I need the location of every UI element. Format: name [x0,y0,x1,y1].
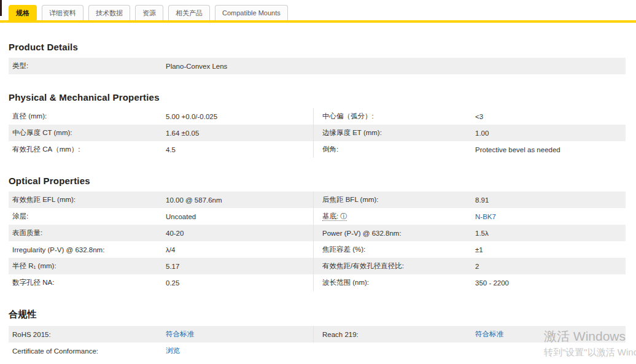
spec-label: 基底:ⓘ [322,212,475,221]
spec-cell-coating: 涂层: Uncoated [9,208,313,225]
spec-cell-reach: Reach 219: 符合标准 [313,326,626,343]
physical-properties-table: 直径 (mm): 5.00 +0.0/-0.025 中心偏（弧分）: <3 中心… [9,108,626,158]
optical-properties-table: 有效焦距 EFL (mm): 10.00 @ 587.6nm 后焦距 BFL (… [9,192,626,291]
spec-label: Reach 219: [322,331,475,338]
spec-content: Product Details 类型: Plano-Convex Lens Ph… [0,42,636,359]
spec-cell-certificate: Certificate of Conformance: 浏览 [9,343,313,359]
table-row: 类型: Plano-Convex Lens [9,58,626,74]
table-row: Certificate of Conformance: 浏览 [9,343,626,359]
certificate-view-link[interactable]: 浏览 [166,347,180,354]
spec-value: <3 [475,113,483,120]
spec-label: 直径 (mm): [12,112,166,121]
spec-label: 数字孔径 NA: [12,278,166,287]
table-row: 涂层: Uncoated 基底:ⓘ N-BK7 [9,208,626,225]
screen-edge-artifact [0,0,2,16]
spec-cell-bevel: 倒角: Protective bevel as needed [313,141,626,158]
table-row: 半径 R₁ (mm): 5.17 有效焦距/有效孔径直径比: 2 [9,258,626,274]
spec-cell-radius: 半径 R₁ (mm): 5.17 [9,258,313,274]
spec-value: 4.5 [166,146,176,153]
spec-label: Power (P-V) @ 632.8nm: [322,230,475,237]
spec-cell-bfl: 后焦距 BFL (mm): 8.91 [313,192,626,208]
spec-value: 1.64 ±0.05 [166,130,199,137]
table-row: 有效焦距 EFL (mm): 10.00 @ 587.6nm 后焦距 BFL (… [9,192,626,208]
section-title-compliance: 合规性 [9,309,626,320]
tab-related-products[interactable]: 相关产品 [168,5,210,20]
spec-value: 8.91 [475,196,489,204]
spec-value: Uncoated [166,213,196,220]
spec-value: λ/4 [166,246,175,254]
section-title-physical-mechanical: Physical & Mechanical Properties [9,92,626,103]
spec-label: RoHS 2015: [12,331,166,338]
substrate-link[interactable]: N-BK7 [475,213,496,220]
spec-value: 0.25 [166,279,179,287]
tab-technical-data[interactable]: 技术数据 [88,5,130,20]
spec-value: 5.00 +0.0/-0.025 [166,113,217,120]
tab-bar: 规格 详细资料 技术数据 资源 相关产品 Compatible Mounts [0,0,636,23]
spec-cell-type: 类型: Plano-Convex Lens [9,58,313,74]
spec-cell-f-number: 有效焦距/有效孔径直径比: 2 [313,258,626,274]
spec-cell-clear-aperture: 有效孔径 CA（mm）: 4.5 [9,141,313,158]
spec-label: 焦距容差 (%): [322,245,475,254]
spec-cell-power: Power (P-V) @ 632.8nm: 1.5λ [313,225,626,241]
product-details-table: 类型: Plano-Convex Lens [9,58,626,74]
spec-label: 有效孔径 CA（mm）: [12,145,166,154]
table-row: 直径 (mm): 5.00 +0.0/-0.025 中心偏（弧分）: <3 [9,108,626,125]
info-icon[interactable]: ⓘ [340,212,347,220]
spec-label: 后焦距 BFL (mm): [322,195,475,204]
spec-label: 中心厚度 CT (mm): [12,128,166,137]
substrate-label: 基底: [322,212,338,220]
table-row: RoHS 2015: 符合标准 Reach 219: 符合标准 [9,326,626,343]
spec-cell-wavelength-range: 波长范围 (nm): 350 - 2200 [313,274,626,291]
rohs-compliant-link[interactable]: 符合标准 [166,330,194,338]
spec-value: Plano-Convex Lens [166,63,227,70]
table-row: 有效孔径 CA（mm）: 4.5 倒角: Protective bevel as… [9,141,626,158]
spec-label: 半径 R₁ (mm): [12,261,166,271]
spec-cell-focal-tolerance: 焦距容差 (%): ±1 [313,241,626,258]
spec-cell-center-thickness: 中心厚度 CT (mm): 1.64 ±0.05 [9,125,313,141]
table-row: 中心厚度 CT (mm): 1.64 ±0.05 边缘厚度 ET (mm): 1… [9,125,626,141]
spec-label: 边缘厚度 ET (mm): [322,128,475,137]
spec-label: 类型: [12,61,166,71]
section-title-optical: Optical Properties [9,176,626,186]
spec-label: Certificate of Conformance: [12,347,166,355]
table-row: Irregularity (P-V) @ 632.8nm: λ/4 焦距容差 (… [9,241,626,258]
spec-label: 中心偏（弧分）: [322,112,475,121]
spec-label: Irregularity (P-V) @ 632.8nm: [12,246,166,254]
spec-cell-centration: 中心偏（弧分）: <3 [313,108,626,125]
spec-value: 1.00 [475,130,489,137]
spec-value: Protective bevel as needed [475,146,560,153]
reach-compliant-link[interactable]: 符合标准 [475,330,503,338]
spec-label: 涂层: [12,212,166,221]
spec-cell-edge-thickness: 边缘厚度 ET (mm): 1.00 [313,125,626,141]
section-title-product-details: Product Details [9,42,626,52]
spec-cell-rohs: RoHS 2015: 符合标准 [9,326,313,343]
spec-value: 1.5λ [475,230,489,237]
compliance-table: RoHS 2015: 符合标准 Reach 219: 符合标准 Certific… [9,326,626,359]
table-row: 数字孔径 NA: 0.25 波长范围 (nm): 350 - 2200 [9,274,626,291]
spec-value: ±1 [475,246,483,254]
tab-compatible-mounts[interactable]: Compatible Mounts [215,5,288,20]
spec-value: 2 [475,263,479,270]
spec-value: 350 - 2200 [475,279,509,287]
tab-detailed-info[interactable]: 详细资料 [42,5,83,20]
spec-label: 有效焦距/有效孔径直径比: [322,261,475,271]
tab-resources[interactable]: 资源 [135,5,163,20]
spec-value: 5.17 [166,263,179,270]
spec-cell-na: 数字孔径 NA: 0.25 [9,274,313,291]
spec-cell-surface-quality: 表面质量: 40-20 [9,225,313,241]
spec-cell-efl: 有效焦距 EFL (mm): 10.00 @ 587.6nm [9,192,313,208]
spec-label: 倒角: [322,145,475,154]
spec-label: 波长范围 (nm): [322,278,475,287]
tab-specifications[interactable]: 规格 [9,5,37,20]
spec-label: 有效焦距 EFL (mm): [12,195,166,204]
spec-cell-diameter: 直径 (mm): 5.00 +0.0/-0.025 [9,108,313,125]
spec-cell-substrate: 基底:ⓘ N-BK7 [313,208,626,225]
spec-label: 表面质量: [12,228,166,238]
spec-value: 10.00 @ 587.6nm [166,196,222,204]
spec-value: 40-20 [166,230,184,237]
spec-cell-irregularity: Irregularity (P-V) @ 632.8nm: λ/4 [9,241,313,258]
table-row: 表面质量: 40-20 Power (P-V) @ 632.8nm: 1.5λ [9,225,626,241]
